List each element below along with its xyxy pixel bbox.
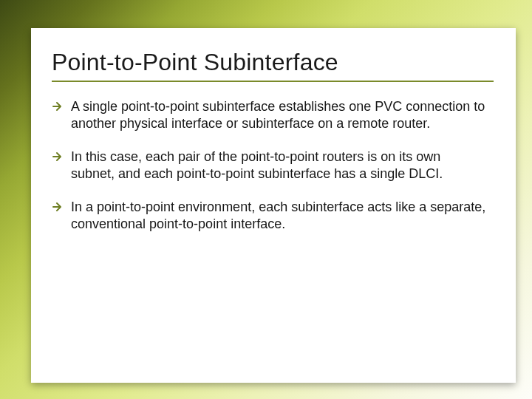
slide-background: Point-to-Point Subinterface A single poi… <box>0 0 532 399</box>
list-item: In a point-to-point environment, each su… <box>52 199 494 233</box>
arrow-right-icon <box>52 201 64 213</box>
slide-title: Point-to-Point Subinterface <box>52 49 494 76</box>
list-item: In this case, each pair of the point-to-… <box>52 149 494 183</box>
bullet-text: A single point-to-point subinterface est… <box>71 99 485 131</box>
content-panel: Point-to-Point Subinterface A single poi… <box>31 28 516 383</box>
arrow-right-icon <box>52 151 64 163</box>
list-item: A single point-to-point subinterface est… <box>52 98 494 132</box>
bullet-text: In this case, each pair of the point-to-… <box>71 149 443 181</box>
title-underline <box>52 81 494 82</box>
bullet-text: In a point-to-point environment, each su… <box>71 200 485 231</box>
arrow-right-icon <box>52 100 64 112</box>
bullet-list: A single point-to-point subinterface est… <box>52 98 494 233</box>
